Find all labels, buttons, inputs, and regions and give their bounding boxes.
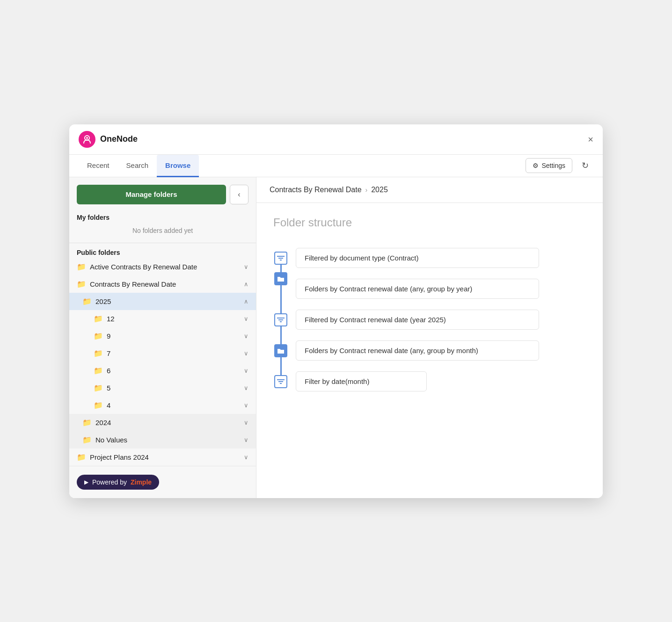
folder-icon: 📁 bbox=[94, 401, 103, 410]
chevron-down-icon: ∨ bbox=[244, 350, 248, 357]
folder-icon: 📁 bbox=[94, 383, 103, 392]
breadcrumb-part-2: 2025 bbox=[371, 186, 388, 194]
app-logo bbox=[79, 131, 95, 148]
folder-icon: 📁 bbox=[94, 366, 103, 375]
structure-card-filter1: Filtered by document type (Contract) bbox=[296, 248, 539, 268]
play-icon: ▶ bbox=[84, 479, 88, 485]
tab-browse[interactable]: Browse bbox=[157, 155, 199, 177]
tab-recent[interactable]: Recent bbox=[79, 155, 118, 177]
breadcrumb: Contracts By Renewal Date › 2025 bbox=[256, 177, 603, 203]
folder-icon: 📁 bbox=[77, 453, 86, 462]
titlebar: OneNode × bbox=[69, 124, 603, 155]
folder-icon-2 bbox=[274, 344, 287, 357]
brand-name: Zimple bbox=[131, 478, 152, 486]
chevron-down-icon: ∨ bbox=[244, 402, 248, 409]
folder-icon: 📁 bbox=[77, 280, 86, 289]
folder-icon: 📁 bbox=[94, 332, 103, 340]
folder-icon: 📁 bbox=[82, 297, 92, 306]
settings-label: Settings bbox=[541, 162, 565, 169]
folder-item-project-plans[interactable]: 📁 Project Plans 2024 ∨ bbox=[69, 448, 256, 466]
folder-icon: 📁 bbox=[82, 418, 92, 427]
sidebar-footer: ▶ Powered by Zimple bbox=[69, 466, 256, 498]
folder-icon-1 bbox=[274, 272, 287, 285]
structure-card-folder1: Folders by Contract renewal date (any, g… bbox=[296, 279, 539, 299]
folder-structure-area: Folder structure Filtered by bbox=[256, 203, 603, 409]
structure-card-filter2: Filtered by Contract renewal date (year … bbox=[296, 310, 539, 330]
my-folders-empty: No folders added yet bbox=[69, 223, 256, 241]
folder-icon: 📁 bbox=[82, 435, 92, 444]
breadcrumb-separator: › bbox=[365, 186, 368, 194]
svg-point-1 bbox=[86, 137, 88, 139]
my-folders-title: My folders bbox=[69, 210, 256, 223]
chevron-down-icon: ∨ bbox=[244, 263, 248, 270]
folder-icon: 📁 bbox=[94, 314, 103, 323]
collapse-sidebar-button[interactable]: ‹ bbox=[230, 185, 248, 204]
folder-item-12[interactable]: 📁 12 ∨ bbox=[69, 310, 256, 327]
filter-icon-2 bbox=[274, 313, 287, 326]
chevron-down-icon: ∨ bbox=[244, 419, 248, 426]
nav-settings-area: ⚙ Settings ↻ bbox=[526, 157, 593, 174]
folder-item-7[interactable]: 📁 7 ∨ bbox=[69, 345, 256, 362]
sidebar-top: Manage folders ‹ bbox=[69, 177, 256, 210]
structure-diagram: Filtered by document type (Contract) bbox=[273, 244, 586, 396]
close-button[interactable]: × bbox=[588, 135, 593, 144]
sidebar: Manage folders ‹ My folders No folders a… bbox=[69, 177, 256, 498]
chevron-up-icon: ∧ bbox=[244, 281, 248, 288]
refresh-button[interactable]: ↻ bbox=[577, 157, 593, 174]
sidebar-divider bbox=[69, 243, 256, 243]
structure-card-folder2: Folders by Contract renewal date (any, g… bbox=[296, 340, 539, 361]
chevron-down-icon: ∨ bbox=[244, 367, 248, 374]
breadcrumb-part-1[interactable]: Contracts By Renewal Date bbox=[270, 186, 362, 194]
manage-folders-button[interactable]: Manage folders bbox=[77, 185, 226, 204]
app-title: OneNode bbox=[100, 134, 588, 144]
powered-by-badge: ▶ Powered by Zimple bbox=[77, 475, 159, 490]
folder-icon: 📁 bbox=[77, 262, 86, 271]
folder-item-2025[interactable]: 📁 2025 ∧ bbox=[69, 293, 256, 310]
nav-tabs-bar: Recent Search Browse ⚙ Settings ↻ bbox=[69, 155, 603, 177]
right-panel: Contracts By Renewal Date › 2025 Folder … bbox=[256, 177, 603, 498]
powered-by-label: Powered by bbox=[92, 478, 127, 486]
settings-button[interactable]: ⚙ Settings bbox=[526, 158, 572, 173]
folder-item-4[interactable]: 📁 4 ∨ bbox=[69, 397, 256, 414]
chevron-down-icon: ∨ bbox=[244, 436, 248, 443]
filter-icon-3 bbox=[274, 375, 287, 388]
folder-item-5[interactable]: 📁 5 ∨ bbox=[69, 379, 256, 397]
folder-structure-title: Folder structure bbox=[273, 216, 586, 229]
structure-card-filter3: Filter by date(month) bbox=[296, 371, 427, 391]
folder-item-6[interactable]: 📁 6 ∨ bbox=[69, 362, 256, 379]
chevron-down-icon: ∨ bbox=[244, 384, 248, 391]
tab-search[interactable]: Search bbox=[118, 155, 157, 177]
chevron-down-icon: ∨ bbox=[244, 333, 248, 340]
chevron-down-icon: ∨ bbox=[244, 315, 248, 322]
folder-item-active-contracts[interactable]: 📁 Active Contracts By Renewal Date ∨ bbox=[69, 258, 256, 275]
folder-item-9[interactable]: 📁 9 ∨ bbox=[69, 327, 256, 345]
folder-item-contracts-renewal[interactable]: 📁 Contracts By Renewal Date ∧ bbox=[69, 275, 256, 293]
chevron-up-icon: ∧ bbox=[244, 298, 248, 305]
public-folders-title: Public folders bbox=[69, 245, 256, 258]
folder-item-2024[interactable]: 📁 2024 ∨ bbox=[69, 414, 256, 431]
chevron-down-icon: ∨ bbox=[244, 454, 248, 461]
folder-item-no-values[interactable]: 📁 No Values ∨ bbox=[69, 431, 256, 448]
folder-icon: 📁 bbox=[94, 349, 103, 358]
main-content: Manage folders ‹ My folders No folders a… bbox=[69, 177, 603, 498]
gear-icon: ⚙ bbox=[533, 162, 539, 169]
app-window: OneNode × Recent Search Browse ⚙ Setting… bbox=[69, 124, 603, 498]
filter-icon-1 bbox=[274, 252, 287, 265]
